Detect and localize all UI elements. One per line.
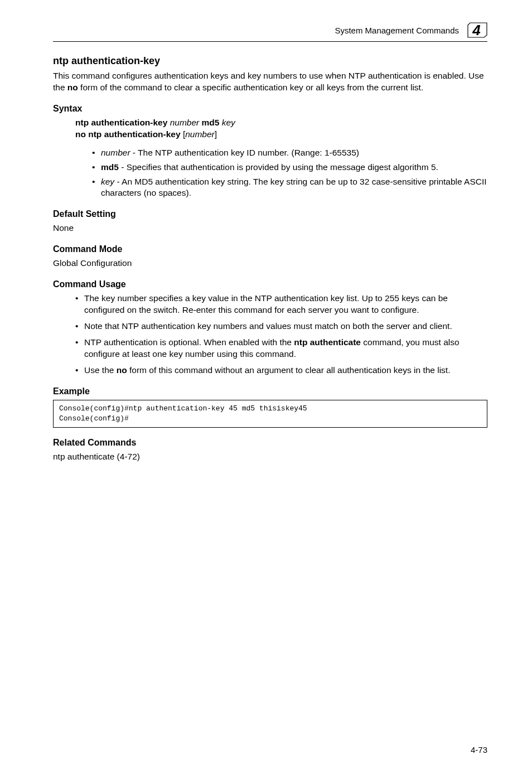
running-title: System Management Commands <box>335 26 459 35</box>
example-code-block: Console(config)#ntp authentication-key 4… <box>53 400 487 428</box>
chapter-number: 4 <box>472 22 480 39</box>
bullet1-italic: number <box>101 148 130 157</box>
usage-b3-pre: NTP authentication is optional. When ena… <box>84 337 294 347</box>
intro-part-2: form of the command to clear a specific … <box>78 83 423 92</box>
list-item: md5 - Specifies that authentication is p… <box>92 162 487 173</box>
header: System Management Commands 4 <box>53 22 487 38</box>
usage-b4-bold: no <box>117 365 127 375</box>
syntax-l2-b1: no ntp authentication-key <box>75 129 181 139</box>
usage-b3-bold: ntp authenticate <box>294 337 361 347</box>
command-usage-bullets: The key number specifies a key value in … <box>75 293 487 376</box>
chapter-badge: 4 <box>467 22 487 38</box>
usage-b4-pre: Use the <box>84 365 117 375</box>
syntax-heading: Syntax <box>53 104 487 114</box>
related-commands-heading: Related Commands <box>53 438 487 448</box>
page-number: 4-73 <box>471 745 487 754</box>
list-item: NTP authentication is optional. When ena… <box>75 337 487 360</box>
header-divider <box>53 41 487 42</box>
page-container: System Management Commands 4 ntp authent… <box>0 0 532 774</box>
related-commands-value: ntp authenticate (4-72) <box>53 451 487 463</box>
list-item: Use the no form of this command without … <box>75 365 487 376</box>
example-heading: Example <box>53 386 487 396</box>
list-item: Note that NTP authentication key numbers… <box>75 321 487 332</box>
list-item: key - An MD5 authentication key string. … <box>92 176 487 200</box>
usage-b4-post: form of this command without an argument… <box>127 365 451 375</box>
intro-bold: no <box>67 83 78 92</box>
usage-b2: Note that NTP authentication key numbers… <box>84 321 452 331</box>
bullet3-italic: key <box>101 177 114 186</box>
usage-b1: The key number specifies a key value in … <box>84 293 448 315</box>
default-setting-value: None <box>53 222 487 234</box>
syntax-block: ntp authentication-key number md5 key no… <box>75 117 487 141</box>
bullet2-bold: md5 <box>101 162 119 172</box>
default-setting-heading: Default Setting <box>53 209 487 219</box>
intro-paragraph: This command configures authentication k… <box>53 70 487 94</box>
syntax-line-1: ntp authentication-key number md5 key <box>75 117 487 129</box>
syntax-line-2: no ntp authentication-key [number] <box>75 129 487 141</box>
syntax-l2-i1: number <box>185 129 215 139</box>
command-mode-value: Global Configuration <box>53 258 487 269</box>
syntax-l1-i2: key <box>222 118 235 127</box>
bullet1-text: - The NTP authentication key ID number. … <box>130 148 359 157</box>
syntax-bullets: number - The NTP authentication key ID n… <box>92 147 487 200</box>
list-item: number - The NTP authentication key ID n… <box>92 147 487 159</box>
command-mode-heading: Command Mode <box>53 244 487 254</box>
bullet3-text: - An MD5 authentication key string. The … <box>101 177 487 198</box>
list-item: The key number specifies a key value in … <box>75 293 487 316</box>
bullet2-text: - Specifies that authentication is provi… <box>119 162 438 172</box>
syntax-l1-i1: number <box>170 118 200 127</box>
syntax-l1-b1: ntp authentication-key <box>75 118 167 127</box>
syntax-l2-close: ] <box>215 129 217 139</box>
section-title: ntp authentication-key <box>53 55 487 67</box>
syntax-l1-b2: md5 <box>202 118 220 127</box>
syntax-l2-plain: [ <box>181 129 186 139</box>
command-usage-heading: Command Usage <box>53 279 487 289</box>
